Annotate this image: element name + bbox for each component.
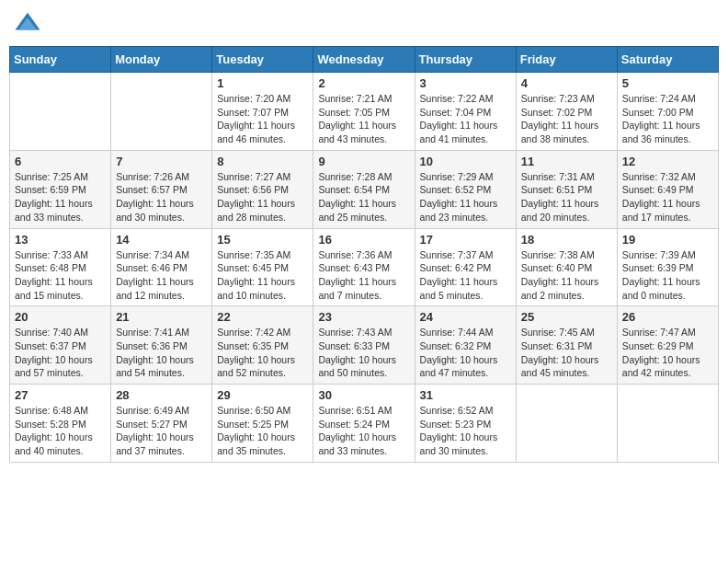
calendar-cell: 25Sunrise: 7:45 AM Sunset: 6:31 PM Dayli…: [516, 306, 617, 385]
calendar-cell: 30Sunrise: 6:51 AM Sunset: 5:24 PM Dayli…: [313, 385, 415, 463]
day-info: Sunrise: 7:32 AM Sunset: 6:49 PM Dayligh…: [622, 170, 713, 224]
day-number: 12: [622, 155, 713, 168]
day-number: 6: [15, 155, 106, 168]
calendar-cell: 6Sunrise: 7:25 AM Sunset: 6:59 PM Daylig…: [10, 150, 111, 228]
day-number: 21: [116, 310, 207, 324]
calendar-cell: 11Sunrise: 7:31 AM Sunset: 6:51 PM Dayli…: [516, 150, 617, 228]
day-header-sunday: Sunday: [10, 47, 111, 73]
day-info: Sunrise: 6:49 AM Sunset: 5:27 PM Dayligh…: [116, 404, 207, 458]
day-info: Sunrise: 7:24 AM Sunset: 7:00 PM Dayligh…: [622, 92, 713, 146]
day-number: 4: [521, 76, 612, 90]
day-info: Sunrise: 7:36 AM Sunset: 6:43 PM Dayligh…: [318, 248, 409, 303]
calendar-cell: 1Sunrise: 7:20 AM Sunset: 7:07 PM Daylig…: [212, 73, 313, 151]
page-header: [9, 9, 719, 37]
day-info: Sunrise: 6:52 AM Sunset: 5:23 PM Dayligh…: [420, 404, 511, 458]
calendar-cell: 8Sunrise: 7:27 AM Sunset: 6:56 PM Daylig…: [212, 150, 313, 228]
day-info: Sunrise: 7:42 AM Sunset: 6:35 PM Dayligh…: [217, 326, 308, 380]
day-number: 8: [217, 155, 308, 168]
calendar-week-row: 20Sunrise: 7:40 AM Sunset: 6:37 PM Dayli…: [10, 306, 719, 385]
calendar-cell: 13Sunrise: 7:33 AM Sunset: 6:48 PM Dayli…: [10, 228, 111, 306]
day-number: 19: [622, 233, 713, 247]
day-number: 31: [420, 388, 511, 402]
day-number: 28: [116, 388, 207, 402]
day-number: 30: [318, 388, 409, 402]
day-number: 10: [420, 155, 511, 168]
calendar-cell: [617, 385, 718, 463]
calendar-week-row: 1Sunrise: 7:20 AM Sunset: 7:07 PM Daylig…: [10, 73, 719, 151]
day-number: 7: [116, 155, 207, 168]
calendar-cell: 23Sunrise: 7:43 AM Sunset: 6:33 PM Dayli…: [313, 306, 415, 385]
day-number: 11: [521, 155, 612, 168]
day-info: Sunrise: 6:51 AM Sunset: 5:24 PM Dayligh…: [318, 404, 409, 458]
calendar-week-row: 6Sunrise: 7:25 AM Sunset: 6:59 PM Daylig…: [10, 150, 719, 228]
calendar-week-row: 27Sunrise: 6:48 AM Sunset: 5:28 PM Dayli…: [10, 385, 719, 463]
day-number: 25: [521, 310, 612, 324]
day-number: 13: [15, 233, 106, 247]
calendar-cell: 28Sunrise: 6:49 AM Sunset: 5:27 PM Dayli…: [111, 385, 212, 463]
day-info: Sunrise: 7:45 AM Sunset: 6:31 PM Dayligh…: [521, 326, 612, 380]
calendar-cell: 24Sunrise: 7:44 AM Sunset: 6:32 PM Dayli…: [415, 306, 516, 385]
day-info: Sunrise: 7:21 AM Sunset: 7:05 PM Dayligh…: [318, 92, 409, 146]
day-header-wednesday: Wednesday: [313, 47, 415, 73]
day-number: 9: [318, 155, 409, 168]
calendar-week-row: 13Sunrise: 7:33 AM Sunset: 6:48 PM Dayli…: [10, 228, 719, 306]
calendar-cell: 29Sunrise: 6:50 AM Sunset: 5:25 PM Dayli…: [212, 385, 313, 463]
calendar-cell: [111, 73, 212, 151]
day-header-thursday: Thursday: [415, 47, 516, 73]
calendar-cell: 27Sunrise: 6:48 AM Sunset: 5:28 PM Dayli…: [10, 385, 111, 463]
calendar-cell: 21Sunrise: 7:41 AM Sunset: 6:36 PM Dayli…: [111, 306, 212, 385]
day-number: 23: [318, 310, 409, 324]
day-number: 20: [15, 310, 106, 324]
day-number: 27: [15, 388, 106, 402]
day-number: 18: [521, 233, 612, 247]
calendar-cell: 7Sunrise: 7:26 AM Sunset: 6:57 PM Daylig…: [111, 150, 212, 228]
calendar-cell: 31Sunrise: 6:52 AM Sunset: 5:23 PM Dayli…: [415, 385, 516, 463]
calendar-cell: 10Sunrise: 7:29 AM Sunset: 6:52 PM Dayli…: [415, 150, 516, 228]
day-info: Sunrise: 7:20 AM Sunset: 7:07 PM Dayligh…: [217, 92, 308, 146]
day-number: 14: [116, 233, 207, 247]
day-number: 17: [420, 233, 511, 247]
calendar-cell: 19Sunrise: 7:39 AM Sunset: 6:39 PM Dayli…: [617, 228, 718, 306]
day-info: Sunrise: 7:37 AM Sunset: 6:42 PM Dayligh…: [420, 248, 511, 303]
day-number: 15: [217, 233, 308, 247]
calendar-cell: 9Sunrise: 7:28 AM Sunset: 6:54 PM Daylig…: [313, 150, 415, 228]
day-number: 26: [622, 310, 713, 324]
day-info: Sunrise: 6:50 AM Sunset: 5:25 PM Dayligh…: [217, 404, 308, 458]
calendar-cell: 15Sunrise: 7:35 AM Sunset: 6:45 PM Dayli…: [212, 228, 313, 306]
calendar-cell: [516, 385, 617, 463]
calendar-cell: 3Sunrise: 7:22 AM Sunset: 7:04 PM Daylig…: [415, 73, 516, 151]
day-number: 24: [420, 310, 511, 324]
calendar-cell: [10, 73, 111, 151]
day-header-friday: Friday: [516, 47, 617, 73]
day-info: Sunrise: 6:48 AM Sunset: 5:28 PM Dayligh…: [15, 404, 106, 458]
day-info: Sunrise: 7:47 AM Sunset: 6:29 PM Dayligh…: [622, 326, 713, 380]
calendar-cell: 5Sunrise: 7:24 AM Sunset: 7:00 PM Daylig…: [617, 73, 718, 151]
day-number: 1: [217, 76, 308, 90]
day-info: Sunrise: 7:22 AM Sunset: 7:04 PM Dayligh…: [420, 92, 511, 146]
day-header-tuesday: Tuesday: [212, 47, 313, 73]
day-info: Sunrise: 7:38 AM Sunset: 6:40 PM Dayligh…: [521, 248, 612, 303]
day-info: Sunrise: 7:26 AM Sunset: 6:57 PM Dayligh…: [116, 170, 207, 224]
day-info: Sunrise: 7:40 AM Sunset: 6:37 PM Dayligh…: [15, 326, 106, 380]
day-info: Sunrise: 7:29 AM Sunset: 6:52 PM Dayligh…: [420, 170, 511, 224]
day-info: Sunrise: 7:33 AM Sunset: 6:48 PM Dayligh…: [15, 248, 106, 303]
calendar-cell: 14Sunrise: 7:34 AM Sunset: 6:46 PM Dayli…: [111, 228, 212, 306]
calendar-cell: 4Sunrise: 7:23 AM Sunset: 7:02 PM Daylig…: [516, 73, 617, 151]
day-header-saturday: Saturday: [617, 47, 718, 73]
calendar-cell: 22Sunrise: 7:42 AM Sunset: 6:35 PM Dayli…: [212, 306, 313, 385]
day-info: Sunrise: 7:35 AM Sunset: 6:45 PM Dayligh…: [217, 248, 308, 303]
logo: [14, 9, 45, 37]
day-info: Sunrise: 7:28 AM Sunset: 6:54 PM Dayligh…: [318, 170, 409, 224]
calendar: SundayMondayTuesdayWednesdayThursdayFrid…: [9, 46, 719, 463]
day-info: Sunrise: 7:34 AM Sunset: 6:46 PM Dayligh…: [116, 248, 207, 303]
day-info: Sunrise: 7:44 AM Sunset: 6:32 PM Dayligh…: [420, 326, 511, 380]
day-info: Sunrise: 7:27 AM Sunset: 6:56 PM Dayligh…: [217, 170, 308, 224]
day-header-monday: Monday: [111, 47, 212, 73]
calendar-cell: 20Sunrise: 7:40 AM Sunset: 6:37 PM Dayli…: [10, 306, 111, 385]
day-info: Sunrise: 7:39 AM Sunset: 6:39 PM Dayligh…: [622, 248, 713, 303]
day-info: Sunrise: 7:41 AM Sunset: 6:36 PM Dayligh…: [116, 326, 207, 380]
day-number: 2: [318, 76, 409, 90]
day-number: 3: [420, 76, 511, 90]
calendar-cell: 26Sunrise: 7:47 AM Sunset: 6:29 PM Dayli…: [617, 306, 718, 385]
calendar-cell: 16Sunrise: 7:36 AM Sunset: 6:43 PM Dayli…: [313, 228, 415, 306]
